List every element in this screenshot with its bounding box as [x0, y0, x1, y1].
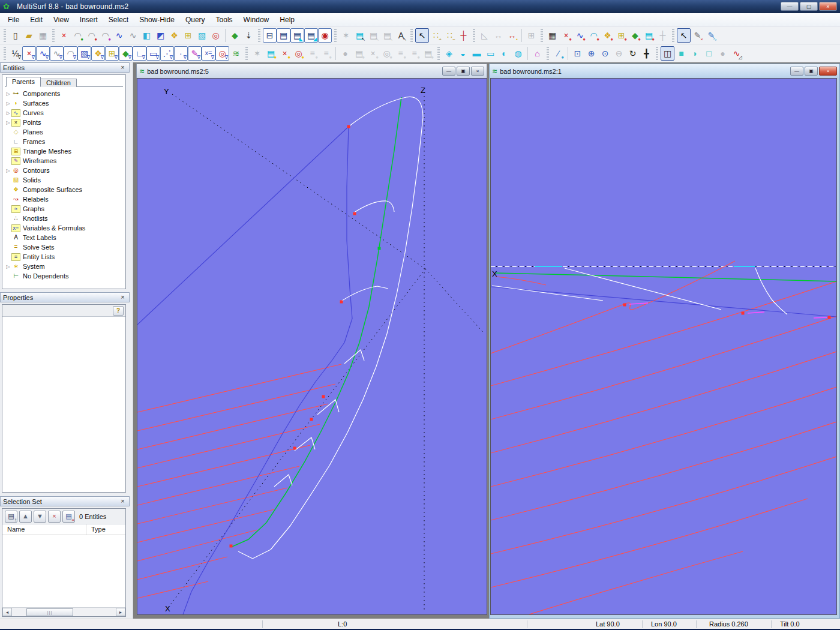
- view-profile-button[interactable]: ▬: [470, 46, 484, 61]
- hide-marked-button[interactable]: ✶: [250, 46, 264, 61]
- insert-entity-button[interactable]: ⇣: [242, 28, 256, 43]
- filter-text-labels-button[interactable]: ✎∇: [188, 46, 202, 61]
- pan-view-button[interactable]: ╋: [640, 46, 653, 61]
- hide-parents-button[interactable]: ≡●: [394, 46, 407, 61]
- toolbar-grip[interactable]: [410, 29, 413, 42]
- hide-from-list-button[interactable]: ▤●: [352, 46, 366, 61]
- child1-title-bar[interactable]: ≈ bad bowround.ms2:5 — ▣ ×: [136, 64, 487, 78]
- entities-tree-item-curves[interactable]: ▷∿Curves: [2, 108, 125, 118]
- child1-minimize-button[interactable]: —: [442, 67, 455, 76]
- zoom-in-button[interactable]: ⊕: [584, 46, 598, 61]
- scroll-right-icon[interactable]: ►: [116, 608, 125, 616]
- toggle-entity-tree-button[interactable]: ⊟: [263, 28, 277, 43]
- look-at-point-button[interactable]: ∕●: [551, 46, 565, 61]
- add-to-selection-button[interactable]: ∷+: [429, 28, 443, 43]
- new-file-button[interactable]: ▯: [8, 28, 22, 43]
- create-snake-button[interactable]: ∿: [126, 28, 140, 43]
- child2-minimize-button[interactable]: —: [790, 67, 803, 76]
- view-stern-button[interactable]: ◐: [497, 46, 511, 61]
- entities-tree-item-composite-surfaces[interactable]: ❖Composite Surfaces: [2, 185, 125, 194]
- entities-tree-item-solids[interactable]: ▧Solids: [2, 175, 125, 185]
- view-bow-button[interactable]: ◈: [442, 46, 456, 61]
- entities-close-icon[interactable]: ×: [119, 64, 127, 71]
- offsets-table-button[interactable]: ⊞: [524, 28, 538, 43]
- menu-edit[interactable]: Edit: [25, 13, 48, 26]
- entities-tree-item-frames[interactable]: ∟Frames: [2, 137, 125, 146]
- create-surface-net-button[interactable]: ◩: [154, 28, 167, 43]
- tab-children[interactable]: Children: [41, 79, 77, 87]
- column-header-type[interactable]: Type: [86, 524, 106, 535]
- filter-solids-button[interactable]: ▧∇: [77, 46, 91, 61]
- hide-children-button[interactable]: ≡●: [407, 46, 421, 61]
- menu-select[interactable]: Select: [103, 13, 134, 26]
- save-file-button[interactable]: ▦: [36, 28, 50, 43]
- viewport-2[interactable]: X: [490, 78, 837, 615]
- entities-tree-item-system[interactable]: ▷∗System: [2, 262, 125, 271]
- hide-selected-button[interactable]: ×●: [278, 46, 292, 61]
- scroll-thumb[interactable]: |||: [26, 608, 73, 616]
- display-hidden-line-button[interactable]: □: [702, 46, 716, 61]
- move-down-button[interactable]: ▼: [34, 511, 46, 523]
- zoom-out-button[interactable]: ⊖: [612, 46, 626, 61]
- zoom-window-button[interactable]: ⊡: [571, 46, 584, 61]
- rotate-view-button[interactable]: ↻: [626, 46, 640, 61]
- hide-entity-button[interactable]: ▤●: [421, 46, 435, 61]
- expand-icon[interactable]: ▷: [5, 101, 11, 106]
- display-rendered-button[interactable]: ◗: [688, 46, 702, 61]
- display-curvature-button[interactable]: ∿◿: [730, 46, 743, 61]
- selection-close-icon[interactable]: ×: [119, 497, 127, 505]
- scroll-left-icon[interactable]: ◄: [2, 608, 12, 616]
- minimize-button[interactable]: —: [781, 2, 799, 11]
- filter-composite-surfaces-button[interactable]: ❖∇: [91, 46, 105, 61]
- entities-tree-item-planes[interactable]: ◇Planes: [2, 127, 125, 137]
- toolbar-grip[interactable]: [52, 29, 55, 42]
- hide-all-button[interactable]: ●: [338, 46, 352, 61]
- filter-curves-button[interactable]: ∿∇: [36, 46, 50, 61]
- view-perspective-button[interactable]: ◍: [511, 46, 525, 61]
- create-ring-button[interactable]: ◠●: [98, 28, 112, 43]
- erase-pen-button[interactable]: ✎×: [691, 28, 704, 43]
- filter-all-entities-button[interactable]: ≋: [229, 46, 243, 61]
- entities-tree-item-surfaces[interactable]: ▷◗Surfaces: [2, 98, 125, 108]
- measure-angle-button[interactable]: ◺: [478, 28, 491, 43]
- expand-icon[interactable]: ▷: [5, 264, 11, 269]
- filter-magnets-button[interactable]: ◠∇: [64, 46, 77, 61]
- filter-points-button[interactable]: ×∇: [22, 46, 36, 61]
- properties-close-icon[interactable]: ×: [119, 293, 127, 301]
- measure-offsets-button[interactable]: ↔▪: [505, 28, 519, 43]
- filter-triangle-meshes-button[interactable]: ⊞∇: [105, 46, 119, 61]
- delete-marked-button[interactable]: ✶: [339, 28, 353, 43]
- show-parents-button[interactable]: ≡●: [305, 46, 319, 61]
- menu-insert[interactable]: Insert: [74, 13, 103, 26]
- menu-file[interactable]: File: [2, 13, 25, 26]
- expand-icon[interactable]: ▷: [5, 168, 11, 173]
- entities-tree-item-relabels[interactable]: ↝Relabels: [2, 194, 125, 204]
- show-contours-button[interactable]: ◎●: [292, 46, 305, 61]
- viewport-1[interactable]: Y Z X: [137, 78, 487, 615]
- column-header-name[interactable]: Name: [2, 524, 86, 535]
- toggle-error-list-button[interactable]: ◉: [318, 28, 332, 43]
- menu-view[interactable]: View: [48, 13, 74, 26]
- display-blob-button[interactable]: ●: [716, 46, 730, 61]
- menu-window[interactable]: Window: [238, 13, 275, 26]
- toolbar-grip[interactable]: [258, 29, 260, 42]
- pointer-mode-button[interactable]: ↖: [677, 28, 691, 43]
- child1-close-button[interactable]: ×: [471, 67, 484, 76]
- menu-show-hide[interactable]: Show-Hide: [134, 13, 180, 26]
- filter-beads-button[interactable]: ∙∇: [174, 46, 188, 61]
- entities-tree-item-contours[interactable]: ▷◎Contours: [2, 166, 125, 175]
- rename-entity-button[interactable]: A↖: [394, 28, 408, 43]
- entities-tree-item-wireframes[interactable]: ✎Wireframes: [2, 156, 125, 166]
- drag-mesh-button[interactable]: ⊞●: [614, 28, 628, 43]
- remove-selected-button[interactable]: ×: [48, 511, 61, 523]
- create-surface-button[interactable]: ◧: [140, 28, 154, 43]
- create-contours-button[interactable]: ◎: [209, 28, 223, 43]
- child2-restore-button[interactable]: ▣: [805, 67, 818, 76]
- filter-contours-button[interactable]: ◎∇: [215, 46, 229, 61]
- draw-pen-button[interactable]: ✎∿: [704, 28, 718, 43]
- entities-tree-item-no-dependents[interactable]: ⊢No Dependents: [2, 271, 125, 281]
- entities-tree-item-points[interactable]: ▷×Points: [2, 118, 125, 127]
- drag-point-button[interactable]: ×●: [559, 28, 573, 43]
- entities-tree-item-triangle-meshes[interactable]: ⊞Triangle Meshes: [2, 146, 125, 156]
- drag-list-button[interactable]: ▤●: [642, 28, 656, 43]
